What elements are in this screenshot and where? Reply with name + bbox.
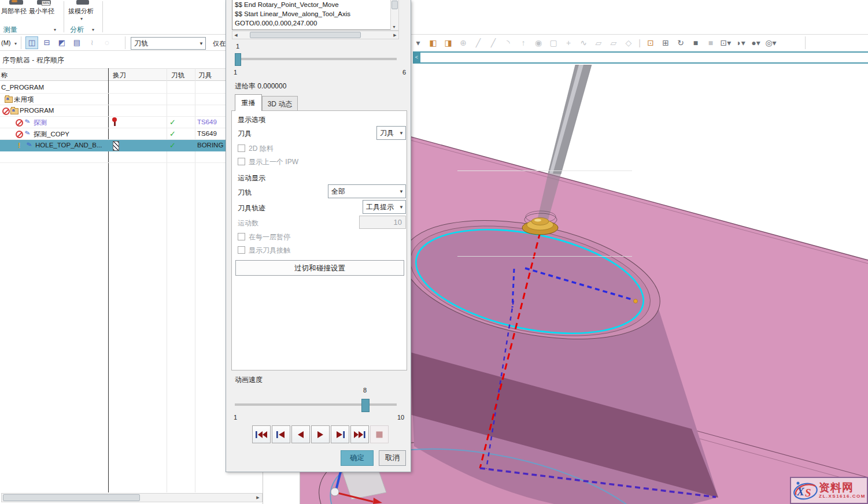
combo-caret-icon[interactable]: ▼ bbox=[397, 189, 405, 194]
show-tool-contact-checkbox[interactable]: 显示刀具接触 bbox=[238, 246, 290, 255]
solid-display-icon[interactable]: ●▾ bbox=[749, 36, 762, 49]
table-row[interactable]: 未用项 bbox=[0, 94, 263, 105]
toolpath-combo[interactable]: 全部▼ bbox=[328, 184, 406, 198]
sheet-body-icon[interactable]: ▱ bbox=[592, 36, 605, 49]
geometry-view-icon[interactable]: ◩ bbox=[56, 36, 68, 49]
rotate-view-icon[interactable]: ↻ bbox=[674, 36, 687, 49]
hscroll-left-arrow-icon[interactable]: ◀ bbox=[234, 33, 238, 38]
hscroll-right-arrow-icon[interactable]: ▶ bbox=[255, 495, 261, 500]
folder-icon bbox=[10, 108, 19, 114]
column-toolchange[interactable]: 换刀 bbox=[113, 71, 126, 80]
rounded-rectangle-icon[interactable]: ▢ bbox=[547, 36, 560, 49]
table-row-selected[interactable]: ! ✎ HOLE_TOP_AND_B... ✓ BORING bbox=[0, 140, 263, 151]
tab-replay[interactable]: 重播 bbox=[235, 94, 262, 111]
line-point-icon[interactable]: ╱ bbox=[487, 36, 500, 49]
arc-icon[interactable]: ◝ bbox=[502, 36, 515, 49]
play-button[interactable] bbox=[311, 425, 330, 443]
point-dialog-icon[interactable]: ⊕ bbox=[457, 36, 470, 49]
machine-tool-view-icon[interactable]: ⊟ bbox=[40, 36, 53, 49]
machining-method-view-icon[interactable]: ▤ bbox=[71, 36, 83, 49]
combo-caret-icon[interactable]: ▼ bbox=[397, 131, 405, 136]
tab-3d-dynamic[interactable]: 3D 动态 bbox=[262, 96, 298, 111]
measure-group-label[interactable]: 测量 bbox=[3, 25, 17, 35]
show-last-ipw-checkbox[interactable]: 显示上一个 IPW bbox=[238, 157, 298, 167]
motion-count-field[interactable]: 10 bbox=[359, 216, 406, 229]
spline-icon[interactable]: ∿ bbox=[577, 36, 590, 49]
tool-display-label: 刀具 bbox=[238, 129, 252, 139]
checkbox-icon[interactable] bbox=[238, 246, 245, 254]
progress-slider[interactable] bbox=[235, 58, 397, 61]
show-and-hide-icon[interactable]: ◎▾ bbox=[764, 36, 777, 49]
draft-analysis-button[interactable]: 拔模分析 bbox=[68, 7, 94, 16]
fit-window-icon[interactable]: ⊡▾ bbox=[719, 36, 732, 49]
hscroll-thumb[interactable] bbox=[250, 32, 361, 38]
column-name[interactable]: 称 bbox=[1, 71, 8, 80]
progress-slider-thumb[interactable] bbox=[235, 53, 241, 66]
play-reverse-button[interactable] bbox=[291, 425, 310, 443]
search-object-icon[interactable]: ◌ bbox=[101, 36, 113, 49]
step-forward-button[interactable] bbox=[331, 425, 349, 443]
overflow-caret-icon[interactable]: ▾ bbox=[412, 36, 424, 49]
tool-trace-combo[interactable]: 工具提示▼ bbox=[363, 200, 406, 214]
checkbox-icon[interactable] bbox=[238, 144, 245, 152]
menu-caret-icon[interactable]: ▾ bbox=[14, 41, 17, 46]
shaded-with-edges-icon[interactable]: ◗▾ bbox=[734, 36, 747, 49]
tool-display-combo[interactable]: 刀具▼ bbox=[376, 126, 406, 140]
column-path[interactable]: 刀轨 bbox=[171, 71, 184, 80]
min-radius-button[interactable]: 最小半径 bbox=[29, 7, 54, 16]
measure-group-caret-icon[interactable]: ▾ bbox=[54, 27, 56, 32]
go-to-start-button[interactable] bbox=[252, 425, 271, 443]
checkbox-icon[interactable] bbox=[238, 233, 245, 240]
gouge-collision-settings-button[interactable]: 过切和碰撞设置 bbox=[235, 260, 404, 276]
toolpath-filter-combo[interactable]: 刀轨 ▼ bbox=[131, 37, 206, 50]
listing-vscrollbar[interactable]: ▼ bbox=[390, 0, 399, 31]
step-back-button[interactable] bbox=[272, 425, 290, 443]
pan-view-icon[interactable]: ⊞ bbox=[659, 36, 672, 49]
menu-button[interactable]: (M) bbox=[1, 39, 11, 46]
2d-material-removal-checkbox[interactable]: 2D 除料 bbox=[238, 144, 274, 154]
speed-slider-thumb[interactable] bbox=[361, 399, 370, 412]
find-feature-icon[interactable]: ≀ bbox=[86, 36, 98, 49]
local-radius-button[interactable]: 局部半径 bbox=[1, 7, 27, 16]
draft-analysis-caret-icon[interactable]: ▾ bbox=[80, 16, 83, 21]
combo-caret-icon[interactable]: ▼ bbox=[197, 41, 205, 46]
sheet-gear-icon[interactable]: ▱ bbox=[607, 36, 620, 49]
pattern-diamond-icon[interactable]: ◇ bbox=[622, 36, 635, 49]
gcode-listing[interactable]: $$ End Rotary_Point_Vector_Move $$ Start… bbox=[232, 0, 398, 30]
cue-bar-collapse-button[interactable]: < bbox=[413, 51, 420, 64]
point-on-curve-icon[interactable]: ◉ bbox=[532, 36, 545, 49]
analysis-group-caret-icon[interactable]: ▾ bbox=[92, 27, 94, 32]
speed-slider[interactable] bbox=[235, 403, 397, 406]
draft-analysis-icon[interactable] bbox=[76, 0, 89, 5]
section-view-icon[interactable]: ◧ bbox=[427, 36, 439, 49]
shaded-cube-icon[interactable]: ■ bbox=[689, 36, 702, 49]
vscroll-thumb[interactable] bbox=[391, 1, 398, 9]
edit-section-icon[interactable]: ◨ bbox=[442, 36, 455, 49]
program-order-view-icon[interactable]: ◫ bbox=[25, 36, 38, 49]
analysis-group-label[interactable]: 分析 bbox=[70, 25, 84, 35]
go-to-end-button[interactable] bbox=[350, 425, 369, 443]
cube-gear-icon[interactable]: ■ bbox=[704, 36, 717, 49]
column-tool[interactable]: 刀具 bbox=[198, 71, 212, 80]
table-row[interactable]: ✎ 探测 ✓ TS649 bbox=[0, 117, 263, 128]
watermark-title: 资料网 bbox=[819, 482, 866, 493]
stop-button[interactable] bbox=[370, 425, 389, 443]
zoom-window-icon[interactable]: ⊡ bbox=[644, 36, 657, 49]
hscroll-right-arrow-icon[interactable]: ▶ bbox=[393, 33, 397, 38]
datum-axis-icon[interactable]: ↑ bbox=[517, 36, 530, 49]
cancel-button[interactable]: 取消 bbox=[379, 450, 406, 466]
vscroll-down-arrow-icon[interactable]: ▼ bbox=[391, 25, 397, 29]
listing-hscrollbar[interactable]: ◀ ▶ bbox=[232, 31, 399, 39]
navigator-hscrollbar[interactable]: ▶ bbox=[1, 493, 263, 502]
ok-button[interactable]: 确定 bbox=[341, 450, 374, 466]
hscroll-thumb[interactable] bbox=[3, 494, 140, 501]
table-row[interactable]: PROGRAM bbox=[0, 105, 263, 117]
table-row[interactable]: C_PROGRAM bbox=[0, 82, 263, 94]
plus-icon[interactable]: + bbox=[562, 36, 575, 49]
checkbox-icon[interactable] bbox=[238, 158, 245, 165]
cue-bar bbox=[420, 51, 868, 64]
combo-caret-icon[interactable]: ▼ bbox=[397, 205, 405, 210]
line-icon[interactable]: ╱ bbox=[472, 36, 485, 49]
pause-each-level-checkbox[interactable]: 在每一层暂停 bbox=[238, 232, 290, 242]
table-row[interactable]: ✎ 探测_COPY ✓ TS649 bbox=[0, 128, 263, 140]
